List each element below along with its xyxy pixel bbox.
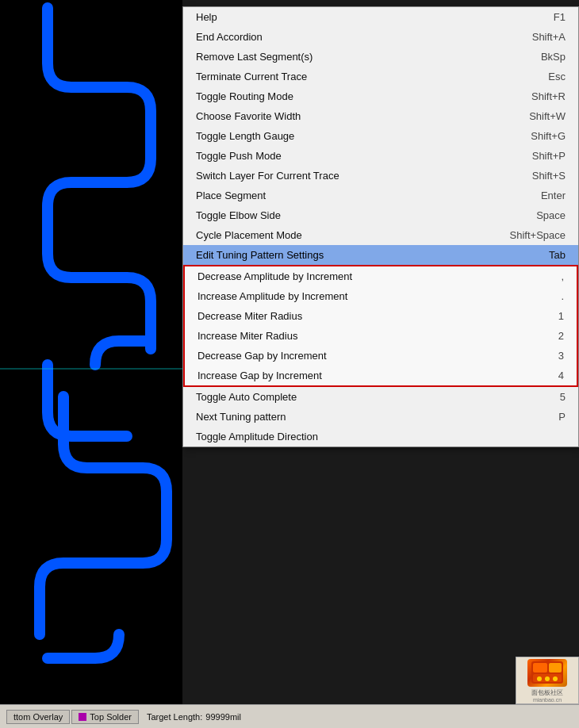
watermark-text: 面包板社区 [531, 688, 563, 697]
svg-point-5 [537, 676, 542, 681]
red-border-group: Decrease Amplitude by Increment , Increa… [183, 265, 578, 387]
menu-item-decrease-miter-radius[interactable]: Decrease Miter Radius 1 [185, 306, 577, 326]
target-length-label: Target Length: [147, 712, 202, 722]
menu-item-next-tuning-pattern[interactable]: Next Tuning pattern P [183, 407, 578, 427]
status-bar: ttom Overlay Top Solder Target Length: 9… [0, 704, 579, 728]
menu-item-cycle-placement-mode[interactable]: Cycle Placement Mode Shift+Space [183, 225, 578, 245]
svg-rect-3 [549, 663, 562, 672]
menu-item-switch-layer[interactable]: Switch Layer For Current Trace Shift+S [183, 166, 578, 186]
tab-bottom-overlay-label: ttom Overlay [13, 712, 63, 722]
tab-top-solder-label: Top Solder [90, 712, 132, 722]
menu-item-toggle-length-gauge[interactable]: Toggle Length Gauge Shift+G [183, 126, 578, 146]
svg-point-7 [553, 676, 558, 681]
menu-item-increase-miter-radius[interactable]: Increase Miter Radius 2 [185, 326, 577, 346]
context-menu: Help F1 End Accordion Shift+A Remove Las… [182, 6, 579, 447]
menu-item-toggle-auto-complete[interactable]: Toggle Auto Complete 5 [183, 387, 578, 407]
watermark-logo-area: 面包板社区 mianbao.cn [516, 657, 579, 704]
menu-item-place-segment[interactable]: Place Segment Enter [183, 186, 578, 205]
site-logo [527, 659, 567, 687]
menu-item-toggle-push-mode[interactable]: Toggle Push Mode Shift+P [183, 146, 578, 166]
menu-item-decrease-amplitude[interactable]: Decrease Amplitude by Increment , [185, 266, 577, 286]
watermark-subtext: mianbao.cn [533, 697, 562, 703]
menu-item-remove-last-segment[interactable]: Remove Last Segment(s) BkSp [183, 47, 578, 67]
pcb-canvas [0, 0, 182, 728]
top-solder-color-swatch [79, 713, 86, 721]
target-length-value: 99999mil [205, 712, 241, 722]
svg-rect-2 [533, 663, 547, 672]
tab-top-solder[interactable]: Top Solder [71, 710, 139, 724]
menu-item-increase-gap[interactable]: Increase Gap by Increment 4 [185, 366, 577, 385]
menu-item-decrease-gap[interactable]: Decrease Gap by Increment 3 [185, 346, 577, 366]
menu-item-help[interactable]: Help F1 [183, 7, 578, 27]
menu-item-toggle-amplitude-direction[interactable]: Toggle Amplitude Direction [183, 427, 578, 446]
menu-item-choose-favorite-width[interactable]: Choose Favorite Width Shift+W [183, 106, 578, 126]
menu-item-edit-tuning-pattern[interactable]: Edit Tuning Pattern Settings Tab [183, 245, 578, 265]
menu-item-terminate-current-trace[interactable]: Terminate Current Trace Esc [183, 67, 578, 86]
menu-item-increase-amplitude[interactable]: Increase Amplitude by Increment . [185, 286, 577, 306]
tab-bottom-overlay[interactable]: ttom Overlay [6, 710, 70, 724]
menu-item-toggle-routing-mode[interactable]: Toggle Routing Mode Shift+R [183, 86, 578, 106]
svg-point-6 [545, 676, 550, 681]
menu-item-end-accordion[interactable]: End Accordion Shift+A [183, 27, 578, 47]
menu-item-toggle-elbow-side[interactable]: Toggle Elbow Side Space [183, 205, 578, 225]
